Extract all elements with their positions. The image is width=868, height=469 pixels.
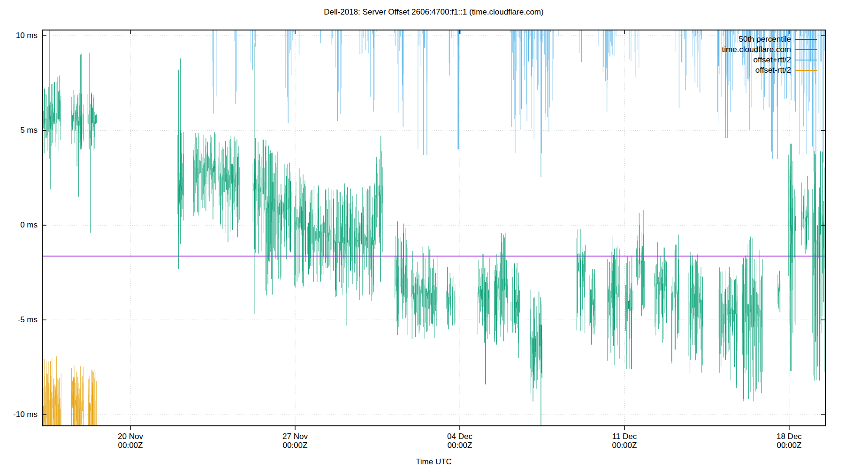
gridlines bbox=[42, 30, 825, 426]
legend-entry: time.cloudflare.com bbox=[722, 45, 817, 55]
x-tick-date: 11 Dec bbox=[592, 432, 657, 441]
x-axis-title: Time UTC bbox=[42, 457, 825, 467]
x-tick-time: 00:00Z bbox=[262, 441, 328, 450]
tick-marks bbox=[42, 30, 825, 430]
x-tick-date: 27 Nov bbox=[262, 432, 328, 441]
legend-swatch-line bbox=[795, 70, 817, 71]
legend-swatch-line bbox=[795, 39, 817, 40]
y-tick-label: -5 ms bbox=[0, 315, 38, 325]
x-tick-date: 18 Dec bbox=[756, 432, 822, 441]
x-tick-date: 04 Dec bbox=[427, 432, 493, 441]
x-tick-time: 00:00Z bbox=[98, 441, 163, 450]
legend: 50th percentiletime.cloudflare.comoffset… bbox=[722, 34, 817, 76]
data-series bbox=[42, 6, 826, 430]
x-tick-date: 20 Nov bbox=[98, 432, 163, 441]
x-tick-time: 00:00Z bbox=[592, 441, 657, 450]
legend-entry: offset-rtt/2 bbox=[722, 65, 817, 76]
plot-border bbox=[42, 30, 825, 426]
legend-swatch-line bbox=[795, 60, 817, 61]
y-tick-label: 5 ms bbox=[0, 126, 38, 135]
legend-label: offset-rtt/2 bbox=[755, 66, 791, 75]
legend-entry: offset+rtt/2 bbox=[722, 55, 817, 65]
x-tick-label: 04 Dec00:00Z bbox=[427, 432, 493, 450]
y-tick-label: -10 ms bbox=[0, 410, 38, 419]
x-tick-time: 00:00Z bbox=[756, 441, 822, 450]
y-tick-label: 0 ms bbox=[0, 220, 38, 230]
chart-container: Dell-2018: Server Offset 2606:4700:f1::1… bbox=[0, 0, 868, 469]
x-tick-label: 18 Dec00:00Z bbox=[756, 432, 822, 450]
legend-label: offset+rtt/2 bbox=[754, 55, 791, 65]
x-tick-label: 20 Nov00:00Z bbox=[98, 432, 163, 450]
legend-label: 50th percentile bbox=[739, 35, 791, 44]
y-tick-label: 10 ms bbox=[0, 31, 38, 40]
legend-swatch-line bbox=[795, 49, 817, 50]
x-tick-label: 11 Dec00:00Z bbox=[592, 432, 657, 450]
legend-label: time.cloudflare.com bbox=[722, 45, 791, 54]
legend-entry: 50th percentile bbox=[722, 34, 817, 45]
x-tick-time: 00:00Z bbox=[427, 441, 493, 450]
x-tick-label: 27 Nov00:00Z bbox=[262, 432, 328, 450]
